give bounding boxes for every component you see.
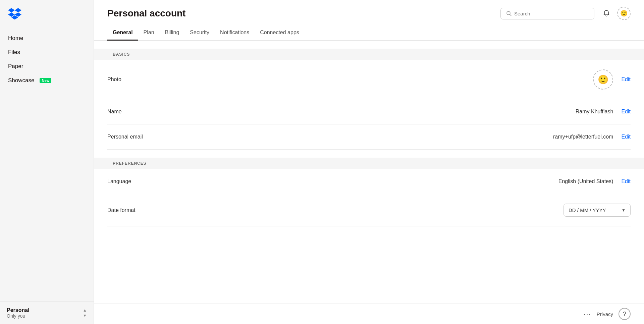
main-content: Personal account 🙂 General Plan Billing: [94, 0, 644, 324]
photo-value: 🙂 Edit: [195, 69, 631, 90]
sidebar-nav: Home Files Paper Showcase New: [0, 32, 94, 302]
page-title: Personal account: [107, 8, 495, 19]
sidebar-item-showcase-label: Showcase: [8, 77, 34, 84]
date-format-dropdown[interactable]: DD / MM / YYYY ▼: [564, 204, 631, 217]
sidebar-footer-toggle: ▲ ▼: [83, 308, 87, 318]
email-row: Personal email ramy+ufp@letterfuel.com E…: [107, 124, 631, 150]
dropbox-icon: [8, 8, 21, 19]
privacy-link[interactable]: Privacy: [597, 311, 613, 317]
tab-security[interactable]: Security: [184, 25, 215, 41]
date-format-label: Date format: [107, 207, 195, 213]
preferences-section-header: PREFERENCES: [94, 158, 644, 169]
search-input[interactable]: [514, 11, 589, 16]
more-options-button[interactable]: ···: [584, 310, 591, 318]
profile-photo-avatar[interactable]: 🙂: [593, 69, 613, 90]
dropdown-arrow-icon: ▼: [622, 208, 626, 213]
date-format-row: Date format DD / MM / YYYY ▼: [107, 194, 631, 226]
sidebar-footer-name: Personal: [7, 307, 30, 313]
date-format-value: DD / MM / YYYY ▼: [195, 204, 631, 217]
email-value: ramy+ufp@letterfuel.com Edit: [195, 134, 631, 140]
email-edit-link[interactable]: Edit: [621, 134, 631, 140]
sidebar-showcase-badge: New: [40, 78, 51, 83]
date-format-text: DD / MM / YYYY: [569, 207, 606, 213]
sidebar-item-home-label: Home: [8, 35, 23, 42]
search-icon: [506, 11, 512, 16]
sidebar-item-home[interactable]: Home: [3, 32, 91, 45]
name-text: Ramy Khufflash: [576, 109, 613, 115]
tabs: General Plan Billing Security Notificati…: [94, 25, 644, 41]
tab-billing[interactable]: Billing: [160, 25, 185, 41]
language-row: Language English (United States) Edit: [107, 169, 631, 194]
name-row: Name Ramy Khufflash Edit: [107, 99, 631, 124]
tab-general[interactable]: General: [107, 25, 138, 41]
chevron-up-icon: ▲: [83, 308, 87, 313]
sidebar-item-paper[interactable]: Paper: [3, 60, 91, 73]
header-icons: 🙂: [600, 7, 631, 20]
page-header: Personal account 🙂: [94, 0, 644, 25]
basics-section-header: BASICS: [94, 49, 644, 60]
svg-line-1: [510, 14, 511, 16]
help-button[interactable]: ?: [619, 308, 631, 320]
tab-connected-apps[interactable]: Connected apps: [255, 25, 305, 41]
name-value: Ramy Khufflash Edit: [195, 109, 631, 115]
sidebar: Home Files Paper Showcase New Personal O…: [0, 0, 94, 324]
sidebar-logo: [0, 8, 94, 32]
email-label: Personal email: [107, 134, 195, 140]
tab-notifications[interactable]: Notifications: [215, 25, 255, 41]
name-label: Name: [107, 109, 195, 115]
sidebar-item-showcase[interactable]: Showcase New: [3, 74, 91, 87]
sidebar-item-paper-label: Paper: [8, 63, 23, 70]
notifications-button[interactable]: [600, 7, 613, 20]
user-avatar[interactable]: 🙂: [617, 7, 631, 20]
language-edit-link[interactable]: Edit: [621, 178, 631, 184]
photo-row: Photo 🙂 Edit: [107, 60, 631, 99]
sidebar-footer[interactable]: Personal Only you ▲ ▼: [0, 302, 94, 324]
sidebar-item-files[interactable]: Files: [3, 46, 91, 59]
chevron-down-icon: ▼: [83, 313, 87, 318]
tab-plan[interactable]: Plan: [138, 25, 160, 41]
sidebar-item-files-label: Files: [8, 49, 20, 56]
photo-edit-link[interactable]: Edit: [621, 76, 631, 83]
sidebar-footer-sub: Only you: [7, 313, 30, 319]
language-label: Language: [107, 178, 195, 184]
photo-label: Photo: [107, 76, 195, 83]
search-bar[interactable]: [500, 8, 594, 19]
content-area: BASICS Photo 🙂 Edit Name Ramy Khufflash …: [94, 41, 644, 304]
language-text: English (United States): [558, 178, 613, 184]
bottom-bar: ··· Privacy ?: [94, 304, 644, 324]
email-text: ramy+ufp@letterfuel.com: [553, 134, 613, 140]
sidebar-footer-info: Personal Only you: [7, 307, 30, 319]
bell-icon: [603, 10, 610, 17]
name-edit-link[interactable]: Edit: [621, 109, 631, 115]
language-value: English (United States) Edit: [195, 178, 631, 184]
